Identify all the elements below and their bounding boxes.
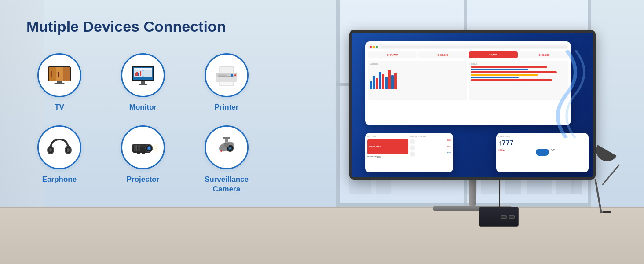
device-label-projector: Projector [127,175,160,184]
svg-rect-45 [137,153,140,154]
svg-rect-28 [218,75,227,76]
svg-rect-8 [54,83,65,84]
svg-rect-7 [57,81,62,83]
dashboard-card-bottom-left: My Card CREDIT CARD **** **** **** 1234 … [365,133,453,172]
svg-rect-55 [224,143,229,147]
svg-rect-46 [142,153,145,154]
tv-icon [44,60,74,90]
pc-port-1 [501,215,507,219]
earphone-icon [44,132,74,162]
device-label-printer: Printer [215,103,239,112]
svg-rect-43 [138,145,139,151]
svg-rect-40 [134,145,135,151]
svg-rect-15 [136,72,138,76]
svg-rect-24 [220,81,234,86]
svg-rect-48 [223,137,230,139]
svg-rect-18 [141,81,145,84]
device-label-earphone: Earphone [42,175,77,184]
device-item-printer: Printer [194,53,260,112]
dashboard-card-bottom-right: Latest Stats ↑777 19.2▲ PAY [496,133,589,172]
screen-ui: ⊙ 77,777 ⊙ 66,666 55,555 ⊙ 33,333 [352,33,593,177]
device-circle-monitor [121,53,165,97]
device-circle-earphone [37,125,81,169]
monitor-icon [128,60,158,90]
device-label-tv: TV [55,103,64,112]
svg-rect-44 [139,145,140,151]
svg-point-39 [148,147,150,150]
mini-pc [479,207,519,227]
device-circle-tv [37,53,81,97]
svg-point-33 [49,148,52,152]
device-circle-camera [205,125,249,169]
device-label-monitor: Monitor [129,103,157,112]
svg-rect-6 [58,72,59,77]
svg-rect-42 [136,145,137,151]
svg-point-26 [234,74,236,76]
device-item-tv: TV [26,53,92,112]
svg-rect-5 [51,71,52,77]
pc-port-2 [509,215,515,219]
svg-rect-20 [220,66,234,73]
device-item-camera: Surveillance Camera [194,125,260,194]
monitor-body: ⊙ 77,777 ⊙ 66,666 55,555 ⊙ 33,333 [349,30,596,180]
monitor-cable [499,180,500,209]
monitor-screen: ⊙ 77,777 ⊙ 66,666 55,555 ⊙ 33,333 [352,33,593,177]
device-circle-projector [121,125,165,169]
device-item-monitor: Monitor [110,53,176,112]
printer-icon [212,60,242,90]
device-item-projector: Projector [110,125,176,194]
svg-rect-27 [218,74,227,75]
svg-point-54 [229,147,231,149]
page-title: Mutiple Devices Connection [26,18,290,36]
svg-rect-41 [135,145,136,151]
camera-icon [212,132,242,162]
screen-wave-decoration [540,50,593,138]
svg-point-25 [231,74,233,77]
svg-point-56 [220,150,222,152]
svg-rect-16 [138,73,139,76]
monitor-stand-neck [469,180,476,206]
svg-rect-17 [140,71,141,76]
svg-rect-13 [143,70,152,77]
content-area: Mutiple Devices Connection [0,0,317,264]
devices-grid: TV [26,53,290,194]
monitor-section: ⊙ 77,777 ⊙ 66,666 55,555 ⊙ 33,333 [301,9,644,264]
device-label-camera: Surveillance Camera [194,175,260,194]
projector-icon [128,132,158,162]
svg-rect-14 [135,73,136,76]
svg-rect-11 [134,68,152,70]
device-item-earphone: Earphone [26,125,92,194]
svg-rect-19 [139,84,147,85]
device-circle-printer [205,53,249,97]
svg-rect-4 [63,67,70,81]
svg-point-34 [67,148,70,152]
